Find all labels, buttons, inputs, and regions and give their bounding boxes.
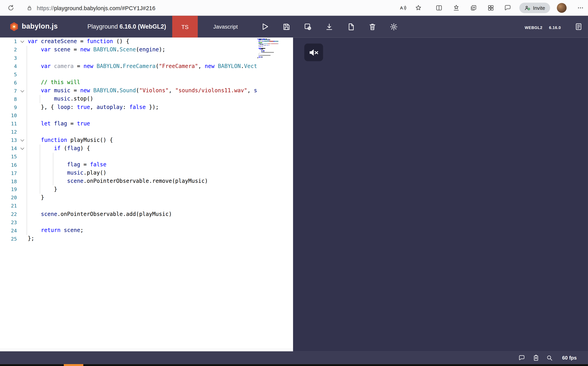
code-line[interactable] [28, 202, 257, 210]
fold-spacer [17, 62, 28, 70]
fold-spacer [17, 177, 28, 185]
fold-spacer [17, 95, 28, 103]
fold-spacer [17, 161, 28, 169]
code-line[interactable]: if (flag) { [28, 145, 257, 153]
run-icon [260, 22, 269, 31]
new-file-icon [347, 22, 355, 31]
code-line[interactable]: function playMusic() { [28, 136, 257, 145]
favorite-button[interactable] [412, 1, 425, 14]
code-line[interactable]: scene.onPointerObservable.remove(playMus… [28, 177, 257, 185]
collections-button[interactable] [467, 1, 480, 14]
chat-icon [504, 4, 512, 12]
line-number: 10 [0, 113, 17, 119]
code-line[interactable]: var camera = new BABYLON.FreeCamera("Fre… [28, 62, 257, 70]
taskbar-accent-segment [64, 364, 83, 366]
code-line[interactable]: music.stop() [28, 95, 257, 103]
line-number: 23 [0, 220, 17, 225]
muted-speaker-icon [309, 47, 319, 58]
tab-typescript[interactable]: TS [172, 16, 198, 38]
code-line[interactable]: music.play() [28, 169, 257, 177]
line-number: 13 [0, 137, 17, 143]
line-number: 5 [0, 72, 17, 77]
code-editor[interactable]: 1234567891011121314151617181920212223242… [0, 38, 293, 351]
fold-chevron-icon[interactable] [17, 136, 28, 145]
inspector-button[interactable] [300, 19, 315, 34]
download-button[interactable] [322, 19, 337, 34]
reload-button[interactable] [5, 1, 17, 14]
run-button[interactable] [257, 19, 272, 34]
fold-spacer [17, 202, 28, 210]
minimap[interactable] [257, 38, 286, 65]
code-line[interactable] [28, 153, 257, 161]
code-line[interactable] [28, 70, 257, 79]
site-lock-icon[interactable] [26, 5, 33, 11]
address-bar[interactable]: https://playground.babylonjs.com/#PCY1J#… [26, 0, 155, 16]
metadata-button[interactable] [531, 352, 541, 363]
indent-guide [53, 153, 53, 186]
extensions-icon [487, 4, 495, 12]
examples-button[interactable] [571, 19, 586, 34]
fold-spacer [17, 46, 28, 54]
webgl-label: WEBGL2 [524, 25, 543, 30]
babylonjs-logo-icon [9, 21, 19, 32]
code-line[interactable]: var scene = new BABYLON.Scene(engine); [28, 46, 257, 54]
save-button[interactable] [279, 19, 294, 34]
code-line[interactable] [28, 218, 257, 227]
code-line[interactable] [28, 112, 257, 120]
render-canvas[interactable] [293, 38, 588, 351]
code-line[interactable] [28, 128, 257, 136]
line-number: 3 [0, 55, 17, 61]
code-line[interactable]: return scene; [28, 227, 257, 235]
inspector-icon [303, 22, 312, 31]
editor-gutter: 1234567891011121314151617181920212223242… [0, 38, 28, 243]
line-number: 4 [0, 63, 17, 69]
split-screen-button[interactable] [433, 1, 445, 14]
code-line[interactable]: let flag = true [28, 120, 257, 128]
code-line[interactable]: var createScene = function () { [28, 38, 257, 46]
comments-button[interactable] [516, 352, 527, 363]
favorites-bar-button[interactable] [450, 1, 463, 14]
fold-spacer [17, 218, 28, 227]
code-lines[interactable]: var createScene = function () { var scen… [28, 38, 257, 243]
search-button[interactable] [544, 352, 555, 363]
line-number: 20 [0, 195, 17, 201]
fold-chevron-icon[interactable] [17, 38, 28, 46]
line-number: 14 [0, 145, 17, 151]
browser-menu-button[interactable] [575, 1, 586, 14]
code-line[interactable]: } [28, 185, 257, 194]
profile-avatar[interactable] [557, 3, 567, 13]
chat-button[interactable] [501, 1, 514, 14]
code-line[interactable]: // this will [28, 79, 257, 87]
clear-button[interactable] [365, 19, 380, 34]
fold-chevron-icon[interactable] [17, 145, 28, 153]
url-scheme: https:// [37, 5, 54, 11]
line-number: 6 [0, 80, 17, 86]
fold-spacer [17, 169, 28, 177]
read-aloud-button[interactable]: A [396, 1, 409, 14]
code-line[interactable]: }; [28, 235, 257, 243]
code-line[interactable]: } [28, 194, 257, 202]
status-bar: 60 fps [0, 351, 588, 364]
settings-button[interactable] [386, 19, 401, 34]
fold-spacer [17, 194, 28, 202]
mute-button[interactable] [304, 44, 323, 61]
editor-scrollbar-track[interactable] [0, 349, 293, 349]
invite-button[interactable]: Invite [519, 3, 550, 13]
code-line[interactable]: var music = new BABYLON.Sound("Violons",… [28, 87, 257, 95]
code-line[interactable] [28, 54, 257, 62]
fold-chevron-icon[interactable] [17, 87, 28, 95]
fold-spacer [17, 227, 28, 235]
examples-icon [574, 23, 583, 31]
indent-guide [40, 145, 40, 194]
indent-guide [40, 95, 40, 103]
code-line[interactable]: flag = false [28, 161, 257, 169]
new-file-button[interactable] [343, 19, 358, 34]
fold-spacer [17, 70, 28, 79]
search-icon [546, 354, 553, 361]
fold-spacer [17, 120, 28, 128]
code-line[interactable]: }, { loop: true, autoplay: false }); [28, 103, 257, 112]
extensions-button[interactable] [484, 1, 497, 14]
collections-icon [470, 4, 477, 12]
code-line[interactable]: scene.onPointerObservable.add(playMusic) [28, 210, 257, 218]
language-selector[interactable]: Javascript [203, 16, 248, 38]
